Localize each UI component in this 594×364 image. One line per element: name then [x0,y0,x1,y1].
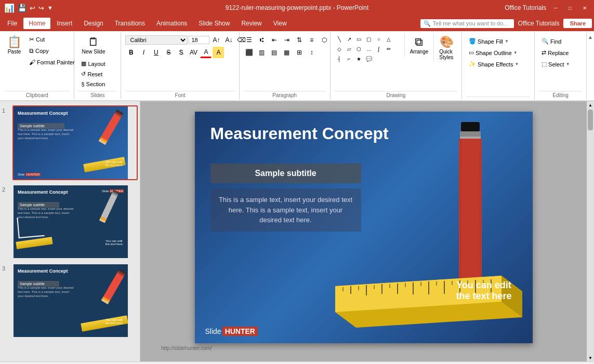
share-button[interactable]: Share [563,19,592,28]
format-painter-button[interactable]: 🖌Format Painter [27,57,77,68]
slide-thumb-3[interactable]: 3 Measurement Concept Sample subtitle Th… [2,263,138,338]
more-shapes[interactable]: … [364,44,374,53]
shape-outline-dropdown[interactable]: ▼ [513,50,518,55]
redo-icon[interactable]: ↪ [38,4,44,12]
menu-view[interactable]: View [268,18,292,29]
line-shape[interactable]: ╲ [335,34,344,44]
maximize-button[interactable]: □ [565,4,575,12]
shape-effects-dropdown[interactable]: ▼ [514,62,519,66]
slide-body-text[interactable]: This is a sample text, insert your desir… [210,188,361,232]
elbow-shape[interactable]: ⌐ [345,54,354,63]
triangle-shape[interactable]: △ [384,34,393,44]
copy-button[interactable]: ⧉Copy [27,46,77,56]
quick-styles-button[interactable]: 🎨 Quick Styles [436,34,457,62]
parallelogram-shape[interactable]: ▱ [345,44,354,53]
align-text-button[interactable]: ≡ [306,34,318,46]
callout-shape[interactable]: 💬 [364,54,374,63]
oval-shape[interactable]: ○ [374,34,384,44]
freeform-shape[interactable]: ✏ [384,44,393,53]
slide-image-1[interactable]: Measurement Concept Sample subtitle This… [12,105,138,180]
search-box[interactable]: 🔍 Tell me what you want to do... [420,19,514,28]
scroll-down-button[interactable]: ▼ [587,354,594,361]
office-tutorials[interactable]: Office Tutorials [505,4,546,11]
shape-outline-button[interactable]: ▭ Shape Outline ▼ [466,48,520,58]
underline-button[interactable]: U [150,47,162,58]
reset-button[interactable]: ↺Reset [78,69,108,79]
menu-review[interactable]: Review [236,18,267,29]
select-dropdown[interactable]: ▼ [566,62,570,66]
increase-indent-button[interactable]: ⇥ [281,34,293,46]
bold-button[interactable]: B [125,47,137,58]
section-button[interactable]: §Section [78,79,108,89]
cut-button[interactable]: ✂Cut [27,34,77,45]
align-center-button[interactable]: ▥ [256,47,268,58]
minimize-button[interactable]: ─ [550,4,561,12]
scroll-thumb[interactable] [588,110,593,130]
customize-icon[interactable]: ▼ [47,5,53,11]
vertical-scrollbar[interactable]: ▲ ▼ [587,101,594,361]
select-button[interactable]: ⬚ Select ▼ [539,59,573,69]
connector-shape[interactable]: ┤ [335,54,344,63]
star-shape[interactable]: ★ [354,54,364,63]
menu-animations[interactable]: Animations [151,18,192,29]
layout-button[interactable]: ▦Layout [78,59,108,69]
save-icon[interactable]: 💾 [18,4,27,12]
slide-logo: Slide HUNTER [205,327,258,336]
line-spacing-button[interactable]: ↕ [306,47,318,58]
numbering-button[interactable]: ⑆ [256,34,268,46]
rounded-rect-shape[interactable]: ▢ [364,34,374,44]
highlight-button[interactable]: A [213,47,224,58]
menu-slideshow[interactable]: Slide Show [193,18,235,29]
hexagon-shape[interactable]: ⬡ [354,44,364,53]
menu-transitions[interactable]: Transitions [110,18,150,29]
slide-image-2[interactable]: Measurement Concept Slide HUNTER Sample … [12,184,138,259]
shadow-button[interactable]: S [175,47,187,58]
menu-home[interactable]: Home [23,18,50,29]
arrange-button[interactable]: ⧉ Arrange [407,34,432,57]
italic-button[interactable]: I [138,47,149,58]
undo-icon[interactable]: ↩ [30,4,35,12]
replace-button[interactable]: ⇄ Replace [539,48,571,58]
paste-button[interactable]: 📋 Paste [4,34,24,57]
strikethrough-button[interactable]: S [163,47,174,58]
shape-effects-button[interactable]: ✨ Shape Effects ▼ [466,59,521,69]
shape-outline-icon: ▭ [469,49,474,56]
smartart-button[interactable]: ⬡ [319,34,330,46]
slide-image-3[interactable]: Measurement Concept Sample subtitle This… [12,263,138,338]
decrease-font-button[interactable]: A↓ [223,34,234,46]
replace-icon: ⇄ [542,49,546,56]
diamond-shape[interactable]: ◇ [335,44,344,53]
main-slide[interactable]: Measurement Concept Sample subtitle This… [195,112,533,343]
find-button[interactable]: 🔍 Find [539,36,564,46]
justify-button[interactable]: ▦ [281,47,293,58]
font-color-button[interactable]: A [200,47,212,58]
align-left-button[interactable]: ⬛ [244,47,255,58]
text-direction-button[interactable]: ⇅ [294,34,305,46]
close-button[interactable]: ✕ [579,4,590,12]
rect-shape[interactable]: ▭ [354,34,364,44]
new-slide-button[interactable]: 🗒 New Slide [78,34,108,57]
bullets-button[interactable]: ☰ [244,34,255,46]
slide-subtitle-box[interactable]: Sample subtitle [210,164,361,183]
find-icon: 🔍 [542,38,549,45]
menu-insert[interactable]: Insert [51,18,77,29]
office-tutorials-link[interactable]: Office Tutorials [518,20,560,27]
spacing-button[interactable]: AV [188,47,199,58]
slide-thumb-1[interactable]: 1 Measurement Concept Sample subtitle Th… [2,105,138,180]
curve-shape[interactable]: ∫ [374,44,384,53]
ribbon-collapse[interactable]: ▲ [587,32,594,99]
decrease-indent-button[interactable]: ⇤ [269,34,280,46]
shape-fill-dropdown[interactable]: ▼ [505,39,509,44]
menu-file[interactable]: File [2,18,22,29]
shape-fill-button[interactable]: 🪣 Shape Fill ▼ [466,36,511,46]
font-name-select[interactable]: Calibri [125,35,188,45]
menu-design[interactable]: Design [78,18,108,29]
slide-thumb-2[interactable]: 2 Measurement Concept Slide HUNTER Sampl… [2,184,138,259]
arrow-shape[interactable]: ↗ [345,34,354,44]
menu-bar-right: 🔍 Tell me what you want to do... Office … [420,19,592,28]
font-size-input[interactable] [189,36,209,44]
columns-button[interactable]: ⊞ [294,47,305,58]
align-right-button[interactable]: ▤ [269,47,280,58]
scroll-up-button[interactable]: ▲ [587,101,594,109]
increase-font-button[interactable]: A↑ [210,34,222,46]
